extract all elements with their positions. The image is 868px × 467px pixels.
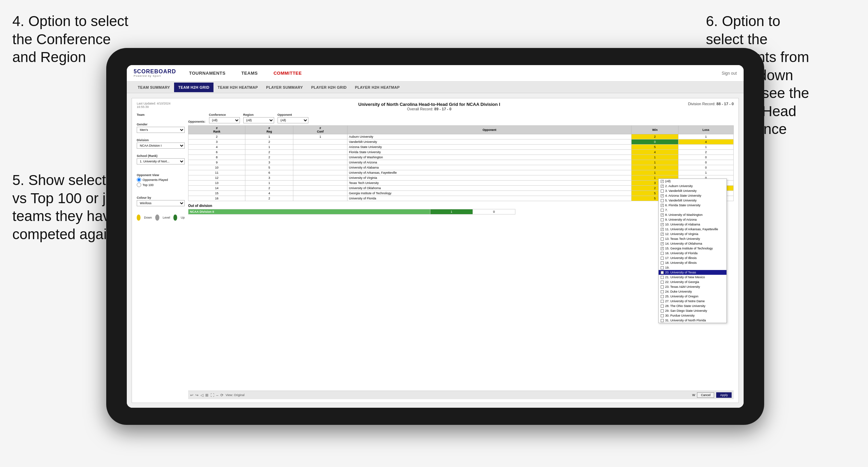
checkbox-icon [661,189,664,193]
undo-icon[interactable]: ↩ [190,393,193,397]
redo-icon[interactable]: ↪ [195,393,198,397]
team-label: Team [137,113,185,116]
dropdown-item[interactable]: ✓12. University of Virginia [659,232,726,236]
dropdown-item[interactable]: ✓15. Georgia Institute of Technology [659,246,726,251]
region-select[interactable]: (All) [243,117,274,123]
dropdown-item[interactable]: ✓4. Arizona State University [659,193,726,198]
colour-by-field: Colour by Win/loss [137,196,185,206]
subnav-player-h2h-heatmap[interactable]: PLAYER H2H HEATMAP [351,83,404,92]
dropdown-item[interactable]: 9. University of Arizona [659,217,726,222]
dropdown-item[interactable]: 3. Vanderbilt University [659,188,726,193]
table-row: 3 2 Vanderbilt University 0 4 [188,139,734,145]
subnav-team-h2h-grid[interactable]: TEAM H2H GRID [174,83,213,92]
cell-rank: 11 [188,170,245,175]
subnav-team-summary[interactable]: TEAM SUMMARY [134,83,174,92]
cell-conf [293,139,347,145]
radio-top-100[interactable]: Top 100 [137,183,185,187]
dropdown-item[interactable]: 29. San Diego State University [659,308,726,313]
conference-filter: Conference (All) [209,113,240,123]
panel-title: University of North Carolina Head-to-Hea… [358,102,500,107]
top-navigation: 5COREBOARD Powered by Sport TOURNAMENTS … [127,65,744,82]
apply-button[interactable]: Apply [716,392,732,398]
nav-signout[interactable]: Sign out [722,71,737,76]
cell-rank: 2 [188,134,245,139]
conference-select[interactable]: (All) [209,117,240,123]
dropdown-item[interactable]: 25. University of Oregon [659,294,726,299]
nav-tournaments[interactable]: TOURNAMENTS [186,69,228,77]
dropdown-item[interactable]: 17. University of Illinois [659,256,726,260]
dropdown-item[interactable]: 16. University of Florida [659,251,726,256]
dropdown-item[interactable]: ✓6. Florida State University [659,203,726,208]
division-select[interactable]: NCAA Division I [137,143,185,149]
cell-reg: 3 [245,160,293,165]
checkbox-icon: ✓ [661,271,664,274]
opponents-filter-label: Opponents: [188,120,206,123]
dropdown-item[interactable]: 30. Purdue University [659,313,726,318]
dropdown-item-label: 9. University of Arizona [665,218,697,221]
dropdown-item-label: 2. Auburn University [665,184,693,188]
checkbox-icon [661,252,664,255]
cell-rank: 16 [188,196,245,201]
dropdown-item[interactable]: 7. [659,208,726,212]
logo: 5COREBOARD Powered by Sport [134,69,176,77]
colour-by-select[interactable]: Win/loss [137,200,185,206]
table-row: 10 5 University of Alabama 3 0 [188,165,734,170]
opponent-select[interactable]: (All) [278,117,308,123]
cell-opponent: University of Washington [347,155,632,160]
minus-icon[interactable]: – [216,393,218,397]
checkbox-icon [661,276,664,279]
gender-select[interactable]: Men's [137,127,185,133]
subnav-team-h2h-heatmap[interactable]: TEAM H2H HEATMAP [213,83,262,92]
refresh-icon[interactable]: ⟳ [220,393,223,397]
crop-icon[interactable]: ⛶ [210,393,214,397]
back-icon[interactable]: ◁ [200,393,203,397]
dropdown-item[interactable]: ✓8. University of Washington [659,212,726,217]
division-field: Division NCAA Division I [137,138,185,149]
dropdown-item-label: 20. University of Texas [665,271,696,274]
tools-icon[interactable]: ⊞ [205,393,208,397]
dropdown-item[interactable]: ✓(All) [659,179,726,184]
cell-loss: 2 [678,150,734,155]
dropdown-item[interactable]: 22. University of Georgia [659,280,726,284]
cell-opponent: Vanderbilt University [347,139,632,145]
dropdown-item[interactable]: 5. Vanderbilt University [659,198,726,203]
cell-conf [293,196,347,201]
nav-committee[interactable]: COMMITTEE [271,69,305,77]
dropdown-item[interactable]: 21. University of New Mexico [659,275,726,280]
dropdown-item[interactable]: 18. University of Illinois [659,260,726,265]
dropdown-item[interactable]: ✓11. University of Arkansas, Fayettevill… [659,227,726,232]
dropdown-item[interactable]: ✓20. University of Texas [659,270,726,275]
subnav-player-h2h-grid[interactable]: PLAYER H2H GRID [307,83,351,92]
dropdown-item[interactable]: ✓10. University of Alabama [659,222,726,227]
dropdown-item[interactable]: 19. [659,265,726,270]
dropdown-item[interactable]: ✓2. Auburn University [659,184,726,188]
down-label: Down [144,216,152,219]
dropdown-item[interactable]: 28. The Ohio State University [659,304,726,308]
dropdown-item[interactable]: ✓14. University of Oklahoma [659,241,726,246]
dropdown-item-label: 21. University of New Mexico [665,275,705,279]
cancel-button[interactable]: Cancel [697,392,714,398]
conference-label: Conference [209,113,240,116]
subnav-player-summary[interactable]: PLAYER SUMMARY [262,83,307,92]
opponent-dropdown-panel[interactable]: ✓(All)✓2. Auburn University 3. Vanderbil… [658,179,727,323]
dropdown-item[interactable]: 23. Texas A&M University [659,284,726,289]
cell-loss: 1 [678,145,734,150]
checkbox-icon [661,257,664,260]
nav-teams[interactable]: TEAMS [239,69,260,77]
main-content: Last Updated: 4/10/2024 16:55:39 Univers… [127,93,744,408]
cell-win: 1 [632,155,678,160]
dropdown-item[interactable]: 13. Texas Tech University [659,236,726,241]
table-row: 14 2 University of Oklahoma 2 2 [188,186,734,191]
region-filter: Region (All) [243,113,274,123]
dropdown-item[interactable]: 27. University of Notre Dame [659,299,726,304]
school-select[interactable]: 1. University of Nort... [137,158,185,164]
cell-rank: 9 [188,160,245,165]
overall-record: Overall Record: 89 - 17 - 0 [358,107,500,111]
checkbox-icon: ✓ [661,247,664,250]
dropdown-item[interactable]: 24. Duke University [659,289,726,294]
cell-rank: 6 [188,150,245,155]
dropdown-item[interactable]: 31. University of North Florida [659,318,726,323]
checkbox-icon [661,314,664,317]
radio-opponents-played[interactable]: Opponents Played [137,177,185,182]
table-row: 6 2 Florida State University 4 2 [188,150,734,155]
